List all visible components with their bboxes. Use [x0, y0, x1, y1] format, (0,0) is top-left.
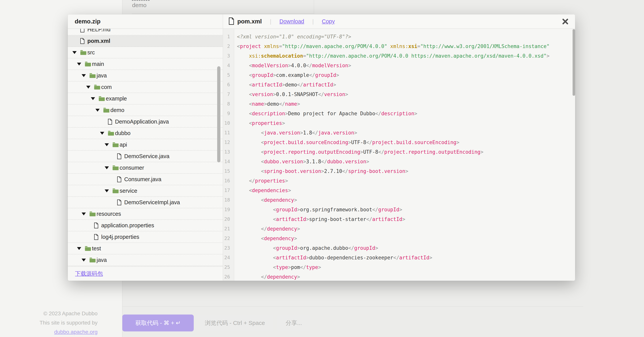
form-panel-edge-vertical [314, 0, 314, 14]
browse-code-button[interactable]: 浏览代码 - Ctrl + Space [196, 314, 274, 331]
code-line-content: <dependency> [234, 234, 297, 243]
code-line-content: <dubbo.version>3.1.8</dubbo.version> [234, 157, 369, 166]
code-line-content: <artifactId>spring-boot-starter</artifac… [234, 214, 405, 224]
tree-scrollbar-thumb[interactable] [217, 66, 220, 162]
code-line: 19 <groupId>org.springframework.boot</gr… [223, 205, 575, 214]
code-line-content: <dependencies> [234, 186, 291, 195]
code-line-content: <dependency> [234, 195, 297, 205]
open-file-name: pom.xml [237, 18, 262, 25]
download-source-package-link[interactable]: 下载源码包 [75, 270, 103, 278]
code-line: 26 </dependency> [223, 272, 575, 281]
tree-item-log4j-properties[interactable]: log4j.properties [68, 231, 223, 243]
chevron-down-icon [77, 247, 85, 250]
file-icon [228, 18, 234, 26]
form-panel-edge [132, 14, 314, 14]
artifact-name-value: demo [132, 2, 146, 9]
tree-item-demoserviceimpl-java[interactable]: DemoServiceImpl.java [68, 197, 223, 208]
code-line: 6 <artifactId>demo</artifactId> [223, 80, 575, 90]
code-line: 4 <modelVersion>4.0.0</modelVersion> [223, 61, 575, 70]
tree-item-help-md[interactable]: HELP.md [68, 29, 223, 35]
code-line-content: <project.build.sourceEncoding>UTF-8</pro… [234, 138, 459, 147]
download-file-link[interactable]: Download [279, 18, 304, 25]
tree-item-com[interactable]: com [68, 82, 223, 93]
chevron-down-icon [91, 97, 98, 100]
code-line: 11 <java.version>1.8</java.version> [223, 128, 575, 138]
site-footer: © 2023 Apache Dubbo This site is support… [23, 309, 98, 336]
tree-item-resources[interactable]: resources [68, 208, 223, 220]
close-modal-button[interactable] [560, 17, 570, 27]
file-icon [80, 38, 87, 44]
code-line: 10 <properties> [223, 118, 575, 128]
tree-item-java[interactable]: java [68, 254, 223, 266]
tree-item-demoservice-java[interactable]: DemoService.java [68, 151, 223, 162]
folder-icon [112, 188, 120, 194]
tree-item-label: api [120, 142, 127, 148]
code-line: 7 <version>0.0.1-SNAPSHOT</version> [223, 90, 575, 99]
tree-item-src[interactable]: src [68, 47, 223, 58]
line-number: 14 [223, 157, 234, 166]
folder-icon [103, 107, 110, 113]
tree-item-application-properties[interactable]: application.properties [68, 220, 223, 231]
line-number: 23 [223, 243, 234, 253]
tree-item-test[interactable]: test [68, 243, 223, 254]
code-scrollbar-thumb[interactable] [572, 29, 575, 96]
tree-item-label: HELP.md [87, 29, 110, 33]
line-number: 18 [223, 195, 234, 205]
code-line-content: <properties> [234, 118, 285, 128]
line-number: 15 [223, 166, 234, 176]
tree-item-label: resources [96, 211, 121, 217]
action-bar: 获取代码 - ⌘ + ↵ 浏览代码 - Ctrl + Space 分享... [122, 314, 314, 331]
file-icon [117, 176, 124, 182]
tree-item-label: Consumer.java [124, 176, 161, 183]
code-line-content: </properties> [234, 176, 288, 186]
tree-item-api[interactable]: api [68, 139, 223, 151]
tree-item-consumer[interactable]: consumer [68, 162, 223, 174]
folder-icon [89, 257, 96, 263]
line-number: 8 [223, 99, 234, 109]
file-icon [94, 222, 101, 228]
tree-item-pom-xml[interactable]: pom.xml [68, 35, 223, 47]
tree-item-example[interactable]: example [68, 93, 223, 105]
folder-icon [85, 61, 92, 67]
code-line-content: <spring-boot.version>2.7.10</spring-boot… [234, 166, 408, 176]
zip-preview-modal: demo.zip HELP.mdpom.xmlsrcmainjavacomexa… [68, 15, 575, 281]
code-viewer: 1<?xml version="1.0" encoding="UTF-8"?>2… [223, 29, 575, 281]
code-line-content: <?xml version="1.0" encoding="UTF-8"?> [234, 32, 351, 42]
tree-item-label: pom.xml [87, 38, 110, 44]
tree-item-label: src [87, 49, 95, 56]
folder-icon [112, 165, 120, 171]
tree-item-java[interactable]: java [68, 70, 223, 82]
tree-item-label: demo [110, 107, 124, 113]
folder-icon [80, 50, 87, 55]
folder-icon [94, 84, 101, 90]
copy-file-link[interactable]: Copy [322, 18, 335, 25]
tree-item-demo[interactable]: demo [68, 105, 223, 116]
line-number: 20 [223, 214, 234, 224]
file-icon [80, 29, 87, 33]
code-line: 18 <dependency> [223, 195, 575, 205]
tree-item-service[interactable]: service [68, 185, 223, 197]
chevron-down-icon [105, 166, 112, 169]
tree-item-main[interactable]: main [68, 58, 223, 70]
get-code-button[interactable]: 获取代码 - ⌘ + ↵ [122, 314, 194, 331]
copyright-text: © 2023 Apache Dubbo [23, 309, 98, 318]
chevron-down-icon [82, 212, 89, 215]
line-number: 17 [223, 186, 234, 195]
code-preview-panel: pom.xml | Download | Copy 1<?xml version… [223, 15, 575, 281]
code-line-content: </dependency> [234, 272, 300, 281]
code-line-content: <artifactId>demo</artifactId> [234, 80, 336, 90]
line-number: 1 [223, 32, 234, 42]
tree-item-demoapplication-java[interactable]: DemoApplication.java [68, 116, 223, 128]
code-line: 22 <dependency> [223, 234, 575, 243]
line-number: 22 [223, 234, 234, 243]
dubbo-apache-org-link[interactable]: dubbo.apache.org [54, 329, 98, 335]
tree-item-dubbo[interactable]: dubbo [68, 128, 223, 139]
tree-item-consumer-java[interactable]: Consumer.java [68, 174, 223, 185]
file-header: pom.xml | Download | Copy [223, 15, 575, 29]
line-number: 6 [223, 80, 234, 90]
share-button[interactable]: 分享... [277, 314, 310, 331]
line-number: 2 [223, 42, 234, 51]
footer-divider [122, 306, 583, 307]
tree-footer: 下载源码包 [68, 266, 223, 281]
line-number: 24 [223, 253, 234, 262]
